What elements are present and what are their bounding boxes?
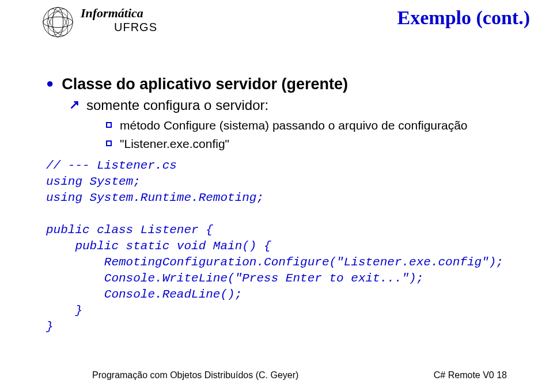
bullet-l2-text: somente configura o servidor: xyxy=(86,97,268,114)
svg-point-2 xyxy=(52,7,63,36)
bullet-level-3: método Configure (sistema) passando o ar… xyxy=(106,117,518,134)
footer-left: Programação com Objetos Distribuídos (C.… xyxy=(92,370,434,380)
square-icon xyxy=(106,140,112,146)
svg-point-3 xyxy=(43,7,72,36)
bullet-l1-text: Classe do aplicativo servidor (gerente) xyxy=(62,75,348,93)
bullet-l3b-text: "Listener.exe.config" xyxy=(120,136,229,152)
bullet-dot-icon: ● xyxy=(46,75,54,92)
brand-top: Informática xyxy=(81,6,157,21)
svg-point-0 xyxy=(43,7,72,36)
branding-block: Informática UFRGS xyxy=(81,6,157,34)
bullet-level-3: "Listener.exe.config" xyxy=(106,136,518,152)
slide-body: ● Classe do aplicativo servidor (gerente… xyxy=(46,75,518,335)
slide-footer: Programação com Objetos Distribuídos (C.… xyxy=(0,370,553,380)
code-block: // --- Listener.cs using System; using S… xyxy=(46,158,518,335)
square-icon xyxy=(106,122,112,128)
brand-sub: UFRGS xyxy=(114,21,157,34)
slide-title: Exemplo (cont.) xyxy=(397,7,530,29)
ufrgs-logo xyxy=(40,5,75,39)
bullet-level-1: ● Classe do aplicativo servidor (gerente… xyxy=(46,75,518,93)
svg-point-1 xyxy=(43,17,72,27)
bullet-l3a-text: método Configure (sistema) passando o ar… xyxy=(120,117,468,134)
arrow-icon: ↗ xyxy=(69,97,79,113)
slide-header: Informática UFRGS Exemplo (cont.) xyxy=(0,0,553,58)
bullet-level-2: ↗ somente configura o servidor: xyxy=(69,97,518,114)
footer-right: C# Remote V0 18 xyxy=(434,370,507,380)
